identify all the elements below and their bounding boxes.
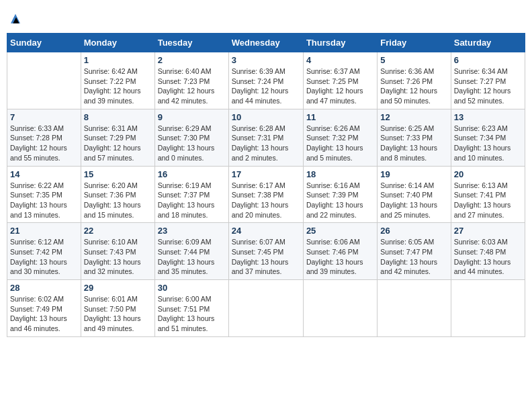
daylight: Daylight: 13 hours and 32 minutes. [84,258,141,276]
daylight: Daylight: 13 hours and 10 minutes. [454,144,511,162]
day-number: 24 [232,226,300,236]
day-info: Sunrise: 6:19 AM Sunset: 7:37 PM Dayligh… [158,181,226,220]
calendar-cell: 9 Sunrise: 6:29 AM Sunset: 7:30 PM Dayli… [154,109,228,166]
calendar-cell: 12 Sunrise: 6:25 AM Sunset: 7:33 PM Dayl… [378,109,451,166]
daylight: Daylight: 12 hours and 50 minutes. [380,87,437,105]
calendar-cell [7,52,81,109]
sunset: Sunset: 7:33 PM [380,134,433,142]
sunset: Sunset: 7:35 PM [10,191,62,199]
sunset: Sunset: 7:51 PM [158,305,210,313]
day-info: Sunrise: 6:07 AM Sunset: 7:45 PM Dayligh… [232,237,300,277]
daylight: Daylight: 13 hours and 51 minutes. [158,314,215,332]
day-info: Sunrise: 6:00 AM Sunset: 7:51 PM Dayligh… [158,294,226,334]
sunset: Sunset: 7:37 PM [158,191,210,199]
calendar-cell: 18 Sunrise: 6:16 AM Sunset: 7:39 PM Dayl… [303,166,377,223]
day-number: 8 [84,112,152,122]
daylight: Daylight: 13 hours and 27 minutes. [454,201,511,219]
day-info: Sunrise: 6:29 AM Sunset: 7:30 PM Dayligh… [158,124,226,163]
sunrise: Sunrise: 6:00 AM [158,295,212,303]
daylight: Daylight: 13 hours and 20 minutes. [232,201,289,219]
sunset: Sunset: 7:39 PM [306,191,359,199]
daylight: Daylight: 13 hours and 44 minutes. [454,258,511,276]
day-info: Sunrise: 6:06 AM Sunset: 7:46 PM Dayligh… [306,237,374,277]
calendar-cell: 22 Sunrise: 6:10 AM Sunset: 7:43 PM Dayl… [81,223,154,280]
day-number: 1 [84,55,152,65]
header-wednesday: Wednesday [228,34,303,52]
sunrise: Sunrise: 6:31 AM [84,124,138,132]
sunset: Sunset: 7:24 PM [232,77,284,85]
day-info: Sunrise: 6:31 AM Sunset: 7:29 PM Dayligh… [84,124,152,163]
day-number: 25 [306,226,374,236]
calendar-cell: 7 Sunrise: 6:33 AM Sunset: 7:28 PM Dayli… [7,109,81,166]
sunrise: Sunrise: 6:19 AM [158,181,212,189]
calendar-week-row: 1 Sunrise: 6:42 AM Sunset: 7:22 PM Dayli… [7,52,525,109]
calendar-cell: 25 Sunrise: 6:06 AM Sunset: 7:46 PM Dayl… [303,223,377,280]
calendar-cell: 15 Sunrise: 6:20 AM Sunset: 7:36 PM Dayl… [81,166,154,223]
sunset: Sunset: 7:23 PM [158,77,210,85]
sunset: Sunset: 7:41 PM [454,191,506,199]
day-info: Sunrise: 6:28 AM Sunset: 7:31 PM Dayligh… [232,124,300,163]
daylight: Daylight: 13 hours and 30 minutes. [10,258,67,276]
sunrise: Sunrise: 6:16 AM [306,181,360,189]
calendar-cell: 30 Sunrise: 6:00 AM Sunset: 7:51 PM Dayl… [154,280,228,337]
sunset: Sunset: 7:46 PM [306,248,359,256]
day-info: Sunrise: 6:10 AM Sunset: 7:43 PM Dayligh… [84,237,152,277]
daylight: Daylight: 12 hours and 55 minutes. [10,144,67,162]
calendar-header-row: SundayMondayTuesdayWednesdayThursdayFrid… [7,34,525,52]
daylight: Daylight: 13 hours and 13 minutes. [10,201,67,219]
day-number: 20 [454,169,522,179]
calendar-cell: 3 Sunrise: 6:39 AM Sunset: 7:24 PM Dayli… [228,52,303,109]
sunrise: Sunrise: 6:09 AM [158,238,212,246]
day-info: Sunrise: 6:05 AM Sunset: 7:47 PM Dayligh… [380,237,447,277]
calendar-cell [228,280,303,337]
sunset: Sunset: 7:49 PM [10,305,62,313]
header-sunday: Sunday [7,34,81,52]
daylight: Daylight: 12 hours and 47 minutes. [306,87,363,105]
calendar-cell [451,280,525,337]
daylight: Daylight: 13 hours and 18 minutes. [158,201,215,219]
sunrise: Sunrise: 6:34 AM [454,67,508,75]
sunset: Sunset: 7:50 PM [84,305,136,313]
daylight: Daylight: 13 hours and 15 minutes. [84,201,141,219]
day-number: 16 [158,169,226,179]
sunrise: Sunrise: 6:14 AM [380,181,434,189]
day-info: Sunrise: 6:25 AM Sunset: 7:33 PM Dayligh… [380,124,447,163]
day-info: Sunrise: 6:36 AM Sunset: 7:26 PM Dayligh… [380,66,447,106]
logo-text: ▲ [9,11,20,25]
calendar-cell: 13 Sunrise: 6:23 AM Sunset: 7:34 PM Dayl… [451,109,525,166]
day-info: Sunrise: 6:42 AM Sunset: 7:22 PM Dayligh… [84,66,152,106]
day-number: 4 [306,55,374,65]
header-saturday: Saturday [451,34,525,52]
daylight: Daylight: 12 hours and 44 minutes. [232,87,289,105]
calendar-week-row: 7 Sunrise: 6:33 AM Sunset: 7:28 PM Dayli… [7,109,525,166]
daylight: Daylight: 12 hours and 57 minutes. [84,144,141,162]
day-number: 29 [84,283,152,293]
day-number: 19 [380,169,447,179]
calendar-cell: 19 Sunrise: 6:14 AM Sunset: 7:40 PM Dayl… [378,166,451,223]
logo: ▲ [9,11,20,25]
day-number: 5 [380,55,447,65]
day-info: Sunrise: 6:23 AM Sunset: 7:34 PM Dayligh… [454,124,522,163]
sunset: Sunset: 7:22 PM [84,77,136,85]
day-info: Sunrise: 6:33 AM Sunset: 7:28 PM Dayligh… [10,124,78,163]
sunrise: Sunrise: 6:01 AM [84,295,138,303]
day-number: 11 [306,112,374,122]
sunset: Sunset: 7:25 PM [306,77,359,85]
day-info: Sunrise: 6:13 AM Sunset: 7:41 PM Dayligh… [454,181,522,220]
calendar-cell: 6 Sunrise: 6:34 AM Sunset: 7:27 PM Dayli… [451,52,525,109]
day-number: 3 [232,55,300,65]
daylight: Daylight: 13 hours and 46 minutes. [10,314,67,332]
calendar-cell: 23 Sunrise: 6:09 AM Sunset: 7:44 PM Dayl… [154,223,228,280]
sunset: Sunset: 7:44 PM [158,248,210,256]
sunrise: Sunrise: 6:36 AM [380,67,434,75]
sunset: Sunset: 7:43 PM [84,248,136,256]
day-info: Sunrise: 6:03 AM Sunset: 7:48 PM Dayligh… [454,237,522,277]
sunrise: Sunrise: 6:40 AM [158,67,212,75]
sunrise: Sunrise: 6:33 AM [10,124,64,132]
calendar-cell: 28 Sunrise: 6:02 AM Sunset: 7:49 PM Dayl… [7,280,81,337]
sunrise: Sunrise: 6:37 AM [306,67,360,75]
calendar-table: SundayMondayTuesdayWednesdayThursdayFrid… [7,33,525,337]
sunrise: Sunrise: 6:20 AM [84,181,138,189]
sunrise: Sunrise: 6:17 AM [232,181,285,189]
day-number: 7 [10,112,78,122]
